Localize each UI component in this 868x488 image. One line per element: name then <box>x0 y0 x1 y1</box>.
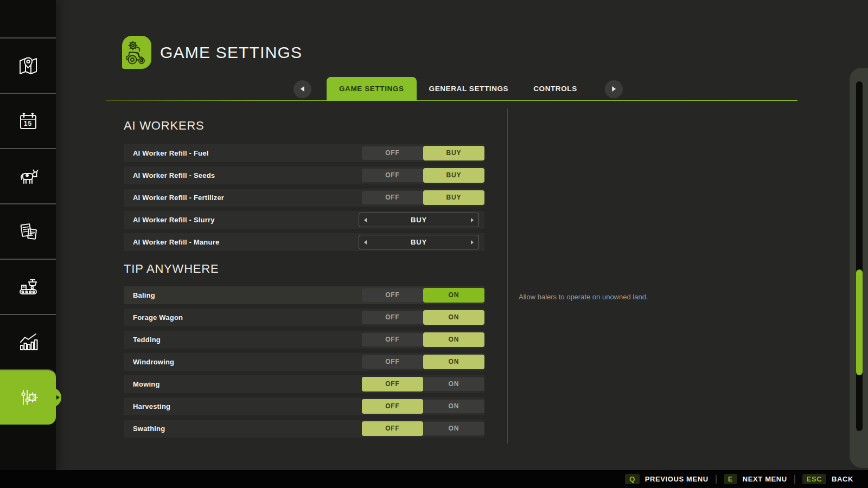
sidebar-item-animals[interactable] <box>0 148 56 203</box>
option-off[interactable]: OFF <box>362 399 423 414</box>
sidebar-item-contracts[interactable] <box>0 203 56 259</box>
toggle-mowing: OFFON <box>362 377 484 391</box>
sidebar-item-settings[interactable] <box>0 369 56 425</box>
selector-right-arrow-icon[interactable] <box>471 218 474 222</box>
option-off[interactable]: OFF <box>362 311 423 324</box>
tab-general-settings[interactable]: GENERAL SETTINGS <box>417 77 521 101</box>
section-title: TIP ANYWHERE <box>124 259 484 279</box>
setting-label: Tedding <box>133 336 161 344</box>
setting-row-baling[interactable]: BalingOFFON <box>124 286 484 304</box>
option-off[interactable]: OFF <box>362 421 423 436</box>
setting-label: Baling <box>133 291 155 299</box>
hint-label: PREVIOUS MENU <box>645 475 709 483</box>
map-icon <box>16 54 40 78</box>
page-title: GAME SETTINGS <box>160 43 302 62</box>
sidebar-spacer <box>0 0 56 37</box>
setting-row-swathing[interactable]: SwathingOFFON <box>124 420 484 438</box>
toggle-swathing: OFFON <box>362 422 484 435</box>
option-on[interactable]: ON <box>423 288 484 303</box>
selector-ai-worker-refill-slurry[interactable]: BUY <box>359 213 479 227</box>
setting-row-forage-wagon[interactable]: Forage WagonOFFON <box>124 309 484 326</box>
option-on[interactable]: ON <box>423 400 484 413</box>
sidebar: 15 <box>0 0 56 470</box>
setting-row-ai-worker-refill-fertilizer[interactable]: AI Worker Refill - FertilizerOFFBUY <box>124 189 484 207</box>
hint-separator <box>716 475 717 484</box>
hint-separator <box>794 475 795 484</box>
key-badge-e: E <box>724 474 737 484</box>
hint-label: NEXT MENU <box>743 475 787 483</box>
option-on[interactable]: ON <box>423 310 484 325</box>
sidebar-item-map[interactable] <box>0 37 56 93</box>
option-off[interactable]: OFF <box>362 333 423 346</box>
hint-previous-menu[interactable]: QPREVIOUS MENU <box>625 474 709 484</box>
option-off[interactable]: OFF <box>362 288 423 302</box>
tabs-previous-arrow-icon[interactable] <box>293 80 311 98</box>
option-on[interactable]: ON <box>423 332 484 347</box>
calendar-icon: 15 <box>16 109 40 133</box>
hint-label: BACK <box>832 475 853 483</box>
animals-icon <box>16 164 40 188</box>
option-off[interactable]: OFF <box>362 191 423 204</box>
option-buy[interactable]: BUY <box>423 168 484 183</box>
setting-row-ai-worker-refill-manure[interactable]: AI Worker Refill - ManureBUY <box>124 233 484 251</box>
tab-list: GAME SETTINGSGENERAL SETTINGSCONTROLS <box>327 77 590 101</box>
sidebar-item-calendar[interactable]: 15 <box>0 93 56 148</box>
setting-label: AI Worker Refill - Fertilizer <box>133 194 224 202</box>
setting-label: AI Worker Refill - Manure <box>133 238 219 246</box>
selector-left-arrow-icon[interactable] <box>364 240 367 245</box>
toggle-forage-wagon: OFFON <box>362 311 484 324</box>
tab-bar: GAME SETTINGSGENERAL SETTINGSCONTROLS <box>293 77 623 101</box>
tabs-next-arrow-icon[interactable] <box>605 80 623 98</box>
toggle-windrowing: OFFON <box>362 355 484 369</box>
settings-icon <box>16 386 40 409</box>
calendar-day-label: 15 <box>16 120 40 127</box>
setting-row-mowing[interactable]: MowingOFFON <box>124 375 484 393</box>
toggle-baling: OFFON <box>362 288 484 302</box>
setting-row-ai-worker-refill-seeds[interactable]: AI Worker Refill - SeedsOFFBUY <box>124 166 484 184</box>
hint-next-menu[interactable]: ENEXT MENU <box>724 474 787 484</box>
setting-label: AI Worker Refill - Seeds <box>133 171 215 179</box>
tab-controls[interactable]: CONTROLS <box>521 77 590 101</box>
tab-game-settings[interactable]: GAME SETTINGS <box>327 77 417 101</box>
setting-description: Allow balers to operate on unowned land. <box>519 293 746 301</box>
option-on[interactable]: ON <box>423 422 484 435</box>
setting-label: Windrowing <box>133 358 174 366</box>
selector-ai-worker-refill-manure[interactable]: BUY <box>359 235 479 249</box>
scrollbar-track[interactable] <box>856 81 863 431</box>
toggle-tedding: OFFON <box>362 333 484 346</box>
toggle-ai-worker-refill-seeds: OFFBUY <box>362 169 484 182</box>
setting-label: AI Worker Refill - Slurry <box>133 216 215 224</box>
toggle-ai-worker-refill-fertilizer: OFFBUY <box>362 191 484 204</box>
sidebar-item-production[interactable] <box>0 259 56 314</box>
option-on[interactable]: ON <box>423 355 484 369</box>
setting-label: Harvesting <box>133 402 170 410</box>
section-tip-anywhere: TIP ANYWHEREBalingOFFONForage WagonOFFON… <box>124 259 484 438</box>
option-off[interactable]: OFF <box>362 377 423 391</box>
sidebar-item-statistics[interactable] <box>0 314 56 369</box>
option-off[interactable]: OFF <box>362 169 423 182</box>
selector-right-arrow-icon[interactable] <box>471 240 474 245</box>
option-off[interactable]: OFF <box>362 146 423 160</box>
option-buy[interactable]: BUY <box>423 146 484 160</box>
production-icon <box>16 275 40 299</box>
option-buy[interactable]: BUY <box>423 190 484 205</box>
setting-row-windrowing[interactable]: WindrowingOFFON <box>124 353 484 371</box>
setting-row-harvesting[interactable]: HarvestingOFFON <box>124 397 484 415</box>
selector-left-arrow-icon[interactable] <box>364 218 367 222</box>
section-title: AI WORKERS <box>124 116 484 136</box>
option-off[interactable]: OFF <box>362 355 423 369</box>
setting-row-ai-worker-refill-fuel[interactable]: AI Worker Refill - FuelOFFBUY <box>124 144 484 162</box>
option-on[interactable]: ON <box>423 377 484 391</box>
key-badge-esc: ESC <box>802 474 826 484</box>
statistics-icon <box>16 330 40 354</box>
setting-label: AI Worker Refill - Fuel <box>133 149 208 157</box>
footer-hint-bar: QPREVIOUS MENUENEXT MENUESCBACK <box>0 470 868 488</box>
tractor-gear-icon <box>122 36 151 69</box>
scrollbar-thumb[interactable] <box>856 269 863 375</box>
toggle-ai-worker-refill-fuel: OFFBUY <box>362 146 484 160</box>
hint-back[interactable]: ESCBACK <box>802 474 853 484</box>
setting-row-ai-worker-refill-slurry[interactable]: AI Worker Refill - SlurryBUY <box>124 211 484 229</box>
panel-divider <box>507 108 508 444</box>
setting-label: Mowing <box>133 380 160 388</box>
setting-row-tedding[interactable]: TeddingOFFON <box>124 331 484 349</box>
